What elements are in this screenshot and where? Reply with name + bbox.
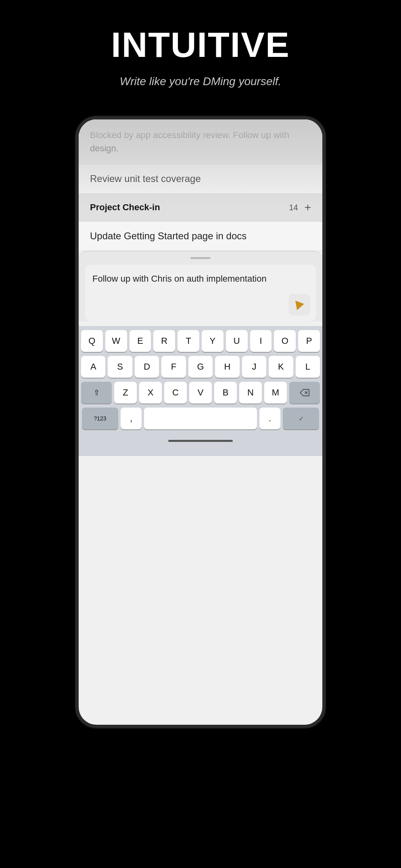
key-p[interactable]: P [298, 330, 320, 352]
key-i[interactable]: I [250, 330, 272, 352]
section-header[interactable]: Project Check-in 14 + [79, 194, 322, 222]
numbers-key[interactable]: ?123 [82, 408, 118, 429]
home-indicator [81, 433, 320, 448]
key-t[interactable]: T [178, 330, 199, 352]
key-u[interactable]: U [226, 330, 248, 352]
key-m[interactable]: M [264, 382, 287, 404]
chat-item-update[interactable]: Update Getting Started page in docs [79, 222, 322, 251]
key-o[interactable]: O [274, 330, 296, 352]
backspace-icon [300, 389, 309, 396]
key-v[interactable]: V [189, 382, 212, 404]
key-r[interactable]: R [153, 330, 175, 352]
input-area: Follow up with Chris on auth implementat… [79, 251, 322, 321]
key-w[interactable]: W [105, 330, 127, 352]
input-text: Follow up with Chris on auth implementat… [92, 274, 267, 284]
key-b[interactable]: B [214, 382, 237, 404]
chat-list: Blocked by app accessibility review. Fol… [79, 119, 322, 251]
key-c[interactable]: C [164, 382, 187, 404]
key-f[interactable]: F [161, 356, 186, 378]
key-period[interactable]: . [259, 408, 280, 429]
key-s[interactable]: S [108, 356, 132, 378]
phone-screen: Blocked by app accessibility review. Fol… [79, 119, 322, 725]
key-k[interactable]: K [269, 356, 293, 378]
key-n[interactable]: N [239, 382, 262, 404]
key-j[interactable]: J [242, 356, 266, 378]
keyboard-row-4: ?123 , . ✓ [81, 408, 320, 429]
phone-container: Blocked by app accessibility review. Fol… [75, 116, 326, 728]
chat-item-review[interactable]: Review unit test coverage [79, 164, 322, 194]
key-e[interactable]: E [129, 330, 151, 352]
section-header-title: Project Check-in [90, 202, 160, 213]
phone-frame: Blocked by app accessibility review. Fol… [75, 116, 326, 728]
chat-item-review-text: Review unit test coverage [90, 173, 201, 184]
done-key[interactable]: ✓ [283, 408, 319, 429]
add-item-button[interactable]: + [305, 201, 311, 214]
section-header-right: 14 + [289, 201, 311, 214]
section-badge: 14 [289, 203, 298, 212]
keyboard-row-3: ⇧ Z X C V B N M [81, 382, 320, 404]
key-z[interactable]: Z [114, 382, 137, 404]
key-x[interactable]: X [139, 382, 162, 404]
key-q[interactable]: Q [81, 330, 103, 352]
key-a[interactable]: A [81, 356, 105, 378]
backspace-key[interactable] [289, 382, 320, 404]
key-d[interactable]: D [135, 356, 159, 378]
input-box[interactable]: Follow up with Chris on auth implementat… [85, 265, 316, 321]
home-bar [168, 440, 233, 442]
key-h[interactable]: H [215, 356, 239, 378]
key-g[interactable]: G [188, 356, 213, 378]
hero-subtitle: Write like you're DMing yourself. [120, 75, 282, 88]
key-l[interactable]: L [296, 356, 320, 378]
chat-item-blocked-text: Blocked by app accessibility review. Fol… [90, 130, 289, 153]
drag-handle [190, 257, 211, 259]
keyboard: Q W E R T Y U I O P A S D F G [79, 326, 322, 456]
chat-item-update-text: Update Getting Started page in docs [90, 230, 246, 241]
hero-title: INTUITIVE [111, 24, 290, 65]
key-comma[interactable]: , [121, 408, 142, 429]
chat-item-blocked[interactable]: Blocked by app accessibility review. Fol… [79, 119, 322, 164]
key-y[interactable]: Y [202, 330, 223, 352]
hero-section: INTUITIVE Write like you're DMing yourse… [0, 0, 401, 104]
keyboard-row-2: A S D F G H J K L [81, 356, 320, 378]
send-icon [295, 299, 305, 310]
send-button[interactable] [288, 294, 310, 316]
shift-key[interactable]: ⇧ [81, 382, 112, 404]
keyboard-row-1: Q W E R T Y U I O P [81, 330, 320, 352]
space-key[interactable] [144, 408, 257, 429]
